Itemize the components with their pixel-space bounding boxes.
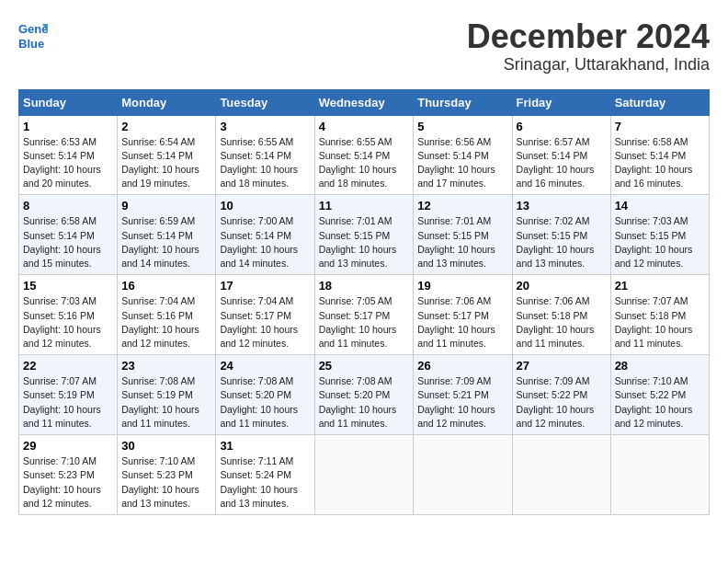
calendar-cell: 11 Sunrise: 7:01 AM Sunset: 5:15 PM Dayl…: [314, 195, 414, 275]
day-info: Sunrise: 6:55 AM Sunset: 5:14 PM Dayligh…: [220, 135, 310, 191]
calendar-header-friday: Friday: [512, 89, 610, 115]
day-number: 20: [517, 279, 607, 293]
calendar-cell: 26 Sunrise: 7:09 AM Sunset: 5:21 PM Dayl…: [414, 355, 512, 435]
calendar-table: SundayMondayTuesdayWednesdayThursdayFrid…: [18, 89, 710, 515]
calendar-cell: 13 Sunrise: 7:02 AM Sunset: 5:15 PM Dayl…: [512, 195, 610, 275]
day-number: 7: [615, 120, 705, 133]
calendar-cell: 8 Sunrise: 6:58 AM Sunset: 5:14 PM Dayli…: [19, 195, 118, 275]
calendar-cell: 24 Sunrise: 7:08 AM Sunset: 5:20 PM Dayl…: [216, 355, 314, 435]
day-number: 27: [517, 359, 607, 373]
calendar-cell: [512, 435, 610, 515]
day-number: 12: [417, 199, 507, 213]
day-info: Sunrise: 7:03 AM Sunset: 5:16 PM Dayligh…: [23, 294, 113, 350]
day-number: 19: [417, 279, 507, 293]
calendar-cell: 31 Sunrise: 7:11 AM Sunset: 5:24 PM Dayl…: [216, 435, 314, 515]
title-block: December 2024 Srinagar, Uttarakhand, Ind…: [467, 18, 710, 75]
day-info: Sunrise: 7:10 AM Sunset: 5:22 PM Dayligh…: [615, 374, 705, 431]
calendar-cell: 2 Sunrise: 6:54 AM Sunset: 5:14 PM Dayli…: [118, 115, 216, 195]
calendar-cell: 28 Sunrise: 7:10 AM Sunset: 5:22 PM Dayl…: [610, 355, 709, 435]
day-info: Sunrise: 6:58 AM Sunset: 5:14 PM Dayligh…: [23, 214, 113, 270]
day-number: 26: [417, 359, 507, 373]
calendar-header-sunday: Sunday: [19, 89, 118, 115]
calendar-header-monday: Monday: [118, 89, 216, 115]
day-info: Sunrise: 7:00 AM Sunset: 5:14 PM Dayligh…: [220, 214, 310, 270]
day-number: 5: [417, 120, 507, 133]
calendar-cell: 4 Sunrise: 6:55 AM Sunset: 5:14 PM Dayli…: [314, 115, 414, 195]
day-info: Sunrise: 6:54 AM Sunset: 5:14 PM Dayligh…: [121, 135, 211, 191]
day-number: 22: [23, 359, 113, 373]
day-number: 6: [517, 120, 607, 133]
calendar-cell: 19 Sunrise: 7:06 AM Sunset: 5:17 PM Dayl…: [414, 275, 512, 355]
calendar-cell: 23 Sunrise: 7:08 AM Sunset: 5:19 PM Dayl…: [118, 355, 216, 435]
logo: General Blue: [18, 18, 48, 52]
calendar-cell: 20 Sunrise: 7:06 AM Sunset: 5:18 PM Dayl…: [512, 275, 610, 355]
day-number: 18: [319, 279, 410, 293]
day-info: Sunrise: 6:58 AM Sunset: 5:14 PM Dayligh…: [615, 135, 705, 191]
calendar-cell: 14 Sunrise: 7:03 AM Sunset: 5:15 PM Dayl…: [610, 195, 709, 275]
day-info: Sunrise: 7:09 AM Sunset: 5:21 PM Dayligh…: [417, 374, 507, 431]
day-info: Sunrise: 7:09 AM Sunset: 5:22 PM Dayligh…: [517, 374, 607, 431]
day-number: 17: [220, 279, 310, 293]
day-number: 3: [220, 120, 310, 133]
day-info: Sunrise: 7:10 AM Sunset: 5:23 PM Dayligh…: [23, 454, 113, 511]
day-number: 14: [615, 199, 705, 213]
calendar-cell: 12 Sunrise: 7:01 AM Sunset: 5:15 PM Dayl…: [414, 195, 512, 275]
day-number: 31: [220, 439, 310, 453]
calendar-cell: 7 Sunrise: 6:58 AM Sunset: 5:14 PM Dayli…: [610, 115, 709, 195]
calendar-cell: 27 Sunrise: 7:09 AM Sunset: 5:22 PM Dayl…: [512, 355, 610, 435]
day-number: 2: [121, 120, 211, 133]
calendar-cell: 30 Sunrise: 7:10 AM Sunset: 5:23 PM Dayl…: [118, 435, 216, 515]
calendar-cell: [610, 435, 709, 515]
month-title: December 2024: [467, 18, 710, 55]
calendar-cell: 6 Sunrise: 6:57 AM Sunset: 5:14 PM Dayli…: [512, 115, 610, 195]
day-number: 11: [319, 199, 410, 213]
calendar-cell: 17 Sunrise: 7:04 AM Sunset: 5:17 PM Dayl…: [216, 275, 314, 355]
day-info: Sunrise: 7:08 AM Sunset: 5:20 PM Dayligh…: [319, 374, 410, 431]
calendar-cell: [314, 435, 414, 515]
day-number: 30: [121, 439, 211, 453]
logo-icon: General Blue: [18, 18, 48, 52]
day-info: Sunrise: 6:56 AM Sunset: 5:14 PM Dayligh…: [417, 135, 507, 191]
day-number: 21: [615, 279, 705, 293]
day-number: 23: [121, 359, 211, 373]
day-info: Sunrise: 7:04 AM Sunset: 5:17 PM Dayligh…: [220, 294, 310, 350]
calendar-cell: 29 Sunrise: 7:10 AM Sunset: 5:23 PM Dayl…: [19, 435, 118, 515]
calendar-cell: 9 Sunrise: 6:59 AM Sunset: 5:14 PM Dayli…: [118, 195, 216, 275]
day-info: Sunrise: 7:10 AM Sunset: 5:23 PM Dayligh…: [121, 454, 211, 511]
calendar-header-saturday: Saturday: [610, 89, 709, 115]
day-info: Sunrise: 7:07 AM Sunset: 5:18 PM Dayligh…: [615, 294, 705, 350]
day-number: 29: [23, 439, 113, 453]
day-number: 9: [121, 199, 211, 213]
day-info: Sunrise: 7:07 AM Sunset: 5:19 PM Dayligh…: [23, 374, 113, 431]
day-number: 16: [121, 279, 211, 293]
calendar-header-tuesday: Tuesday: [216, 89, 314, 115]
day-number: 13: [517, 199, 607, 213]
day-info: Sunrise: 7:11 AM Sunset: 5:24 PM Dayligh…: [220, 454, 310, 511]
location-title: Srinagar, Uttarakhand, India: [467, 55, 710, 75]
day-number: 8: [23, 199, 113, 213]
day-info: Sunrise: 7:06 AM Sunset: 5:17 PM Dayligh…: [417, 294, 507, 350]
calendar-cell: 1 Sunrise: 6:53 AM Sunset: 5:14 PM Dayli…: [19, 115, 118, 195]
day-number: 28: [615, 359, 705, 373]
day-number: 15: [23, 279, 113, 293]
day-info: Sunrise: 7:02 AM Sunset: 5:15 PM Dayligh…: [517, 214, 607, 270]
day-number: 4: [319, 120, 410, 133]
calendar-cell: 15 Sunrise: 7:03 AM Sunset: 5:16 PM Dayl…: [19, 275, 118, 355]
calendar-cell: 5 Sunrise: 6:56 AM Sunset: 5:14 PM Dayli…: [414, 115, 512, 195]
day-info: Sunrise: 7:03 AM Sunset: 5:15 PM Dayligh…: [615, 214, 705, 270]
svg-text:Blue: Blue: [18, 37, 44, 51]
page-header: General Blue December 2024 Srinagar, Utt…: [18, 18, 710, 75]
day-number: 24: [220, 359, 310, 373]
day-info: Sunrise: 7:08 AM Sunset: 5:20 PM Dayligh…: [220, 374, 310, 431]
day-info: Sunrise: 6:57 AM Sunset: 5:14 PM Dayligh…: [517, 135, 607, 191]
calendar-cell: 10 Sunrise: 7:00 AM Sunset: 5:14 PM Dayl…: [216, 195, 314, 275]
day-info: Sunrise: 7:01 AM Sunset: 5:15 PM Dayligh…: [417, 214, 507, 270]
calendar-cell: 18 Sunrise: 7:05 AM Sunset: 5:17 PM Dayl…: [314, 275, 414, 355]
day-info: Sunrise: 6:59 AM Sunset: 5:14 PM Dayligh…: [121, 214, 211, 270]
calendar-cell: 25 Sunrise: 7:08 AM Sunset: 5:20 PM Dayl…: [314, 355, 414, 435]
day-info: Sunrise: 6:55 AM Sunset: 5:14 PM Dayligh…: [319, 135, 410, 191]
calendar-cell: 22 Sunrise: 7:07 AM Sunset: 5:19 PM Dayl…: [19, 355, 118, 435]
day-info: Sunrise: 7:01 AM Sunset: 5:15 PM Dayligh…: [319, 214, 410, 270]
day-number: 10: [220, 199, 310, 213]
calendar-cell: 21 Sunrise: 7:07 AM Sunset: 5:18 PM Dayl…: [610, 275, 709, 355]
